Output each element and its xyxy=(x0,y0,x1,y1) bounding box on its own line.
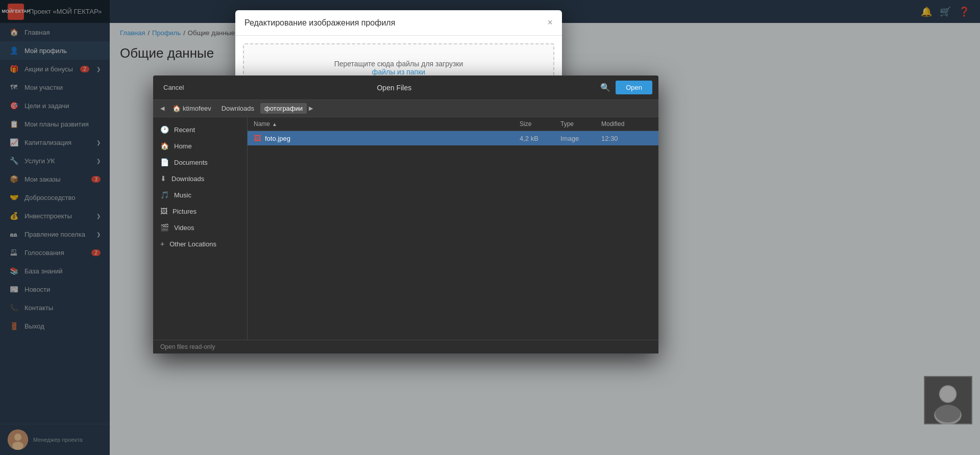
downloads-fd-icon: ⬇ xyxy=(160,174,166,183)
fd-sidebar-label: Videos xyxy=(174,224,194,232)
drop-text: Перетащите сюда файлы для загрузки xyxy=(259,60,538,68)
column-size[interactable]: Size xyxy=(520,120,560,128)
file-dialog-column-header: Name ▲ Size Type Modified xyxy=(248,117,658,131)
file-dialog-search-icon[interactable]: 🔍 xyxy=(600,83,610,92)
fd-sidebar-downloads[interactable]: ⬇ Downloads xyxy=(153,170,247,187)
file-dialog-open-button[interactable]: Open xyxy=(616,81,652,94)
column-name[interactable]: Name ▲ xyxy=(254,120,520,128)
file-dialog-preview-avatar xyxy=(924,376,972,424)
file-list: 🖼 foto.jpeg 4,2 kB Image 12:30 xyxy=(248,131,658,340)
pictures-fd-icon: 🖼 xyxy=(160,207,167,215)
fd-sidebar-label: Pictures xyxy=(173,208,197,215)
file-dialog: Cancel Open Files 🔍 Open ◀ 🏠 ktimofeev D… xyxy=(153,75,658,353)
file-type: Image xyxy=(560,135,601,142)
column-modified[interactable]: Modified xyxy=(601,120,652,128)
file-dialog-sidebar: 🕐 Recent 🏠 Home 📄 Documents ⬇ Downloads … xyxy=(153,117,248,340)
fd-sidebar-home[interactable]: 🏠 Home xyxy=(153,138,247,154)
home-path-icon: 🏠 xyxy=(173,105,181,112)
recent-fd-icon: 🕐 xyxy=(160,125,169,134)
upload-modal-header: Редактирование изображения профиля × xyxy=(235,10,562,36)
fd-sidebar-label: Home xyxy=(174,142,192,150)
fd-sidebar-label: Music xyxy=(174,191,191,199)
fd-sidebar-documents[interactable]: 📄 Documents xyxy=(153,154,247,170)
file-dialog-header: Cancel Open Files 🔍 Open xyxy=(153,75,658,100)
upload-modal-title: Редактирование изображения профиля xyxy=(244,18,395,28)
videos-fd-icon: 🎬 xyxy=(160,223,169,232)
upload-modal-close-button[interactable]: × xyxy=(547,17,553,28)
path-crumb-home[interactable]: 🏠 ktimofeev xyxy=(168,103,215,114)
fd-sidebar-other[interactable]: + Other Locations xyxy=(153,236,247,252)
music-fd-icon: 🎵 xyxy=(160,191,169,199)
svg-point-7 xyxy=(935,405,961,422)
file-size: 4,2 kB xyxy=(520,135,560,142)
file-dialog-cancel-button[interactable]: Cancel xyxy=(159,82,188,93)
fd-sidebar-recent[interactable]: 🕐 Recent xyxy=(153,121,247,138)
fd-sidebar-label: Recent xyxy=(174,126,195,134)
file-dialog-body: 🕐 Recent 🏠 Home 📄 Documents ⬇ Downloads … xyxy=(153,117,658,340)
path-more-arrow[interactable]: ▶ xyxy=(309,105,313,112)
fd-sidebar-label: Other Locations xyxy=(169,240,216,248)
file-row[interactable]: 🖼 foto.jpeg 4,2 kB Image 12:30 xyxy=(248,131,658,145)
file-dialog-file-area: Name ▲ Size Type Modified 🖼 foto.jpeg 4,… xyxy=(248,117,658,340)
file-name: foto.jpeg xyxy=(265,135,520,142)
path-crumb-photos[interactable]: фотографии xyxy=(260,103,307,114)
home-fd-icon: 🏠 xyxy=(160,142,169,150)
file-modified: 12:30 xyxy=(601,135,652,142)
other-fd-icon: + xyxy=(160,240,164,248)
documents-fd-icon: 📄 xyxy=(160,158,169,166)
column-type[interactable]: Type xyxy=(560,120,601,128)
file-dialog-path-bar: ◀ 🏠 ktimofeev Downloads фотографии ▶ xyxy=(153,100,658,117)
file-dialog-footer: Open files read-only xyxy=(153,340,658,353)
fd-sidebar-music[interactable]: 🎵 Music xyxy=(153,187,247,203)
file-dialog-title: Open Files xyxy=(193,84,595,92)
fd-sidebar-pictures[interactable]: 🖼 Pictures xyxy=(153,203,247,219)
upload-link[interactable]: файлы из папки xyxy=(372,68,425,76)
path-crumb-downloads[interactable]: Downloads xyxy=(217,103,258,114)
svg-point-6 xyxy=(940,386,956,402)
path-back-arrow[interactable]: ◀ xyxy=(158,104,166,113)
fd-sidebar-videos[interactable]: 🎬 Videos xyxy=(153,219,247,236)
fd-sidebar-label: Downloads xyxy=(172,175,204,183)
fd-sidebar-label: Documents xyxy=(174,159,208,166)
file-type-icon: 🖼 xyxy=(254,134,261,142)
